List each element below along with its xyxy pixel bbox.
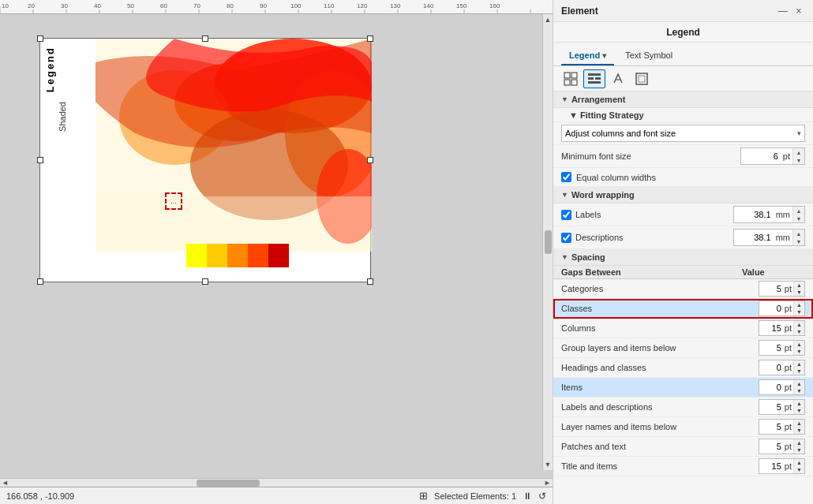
spacing-row-headings[interactable]: Headings and classes pt ▲ ▼ [553, 358, 813, 378]
descriptions-field[interactable] [734, 230, 774, 245]
spacing-row-items[interactable]: Items pt ▲ ▼ [553, 378, 813, 398]
spacing-up-items[interactable]: ▲ [794, 380, 804, 387]
spacing-up-headings[interactable]: ▲ [794, 360, 804, 368]
spacing-spin-categories[interactable]: ▲ ▼ [793, 282, 804, 296]
spacing-up-classes[interactable]: ▲ [794, 301, 804, 308]
panel-content[interactable]: ▼ Arrangement ▼ Fitting Strategy Adjust … [553, 91, 813, 504]
spacing-input-items[interactable]: pt ▲ ▼ [759, 379, 805, 395]
spacing-input-headings[interactable]: pt ▲ ▼ [759, 360, 805, 375]
spacing-input-layer_names[interactable]: pt ▲ ▼ [759, 419, 805, 435]
spacing-spin-columns[interactable]: ▲ ▼ [793, 321, 804, 335]
toolbar-btn-frame[interactable] [631, 69, 653, 88]
spacing-input-patches[interactable]: pt ▲ ▼ [759, 439, 805, 454]
toolbar-btn-general[interactable] [560, 69, 582, 88]
spacing-spin-patches[interactable]: ▲ ▼ [793, 439, 804, 454]
spacing-spin-items[interactable]: ▲ ▼ [793, 380, 804, 394]
descriptions-down[interactable]: ▼ [793, 237, 804, 245]
spacing-up-labels_desc[interactable]: ▲ [794, 400, 804, 407]
spacing-field-layer_names[interactable] [759, 420, 783, 434]
spacing-row-group_layers[interactable]: Group layers and items below pt ▲ ▼ [553, 338, 813, 358]
handle-tr[interactable] [367, 35, 373, 42]
handle-tl[interactable] [37, 35, 43, 42]
spacing-down-headings[interactable]: ▼ [794, 368, 804, 375]
panel-pin-btn[interactable]: — [777, 5, 789, 17]
labels-input[interactable]: mm ▲ ▼ [733, 206, 805, 223]
spacing-field-categories[interactable] [759, 282, 783, 296]
toolbar-btn-symbol[interactable] [607, 69, 629, 88]
min-font-size-input[interactable]: pt ▲ ▼ [740, 147, 805, 165]
descriptions-spin[interactable]: ▲ ▼ [792, 230, 804, 245]
spacing-field-items[interactable] [759, 380, 783, 394]
spacing-up-columns[interactable]: ▲ [794, 321, 804, 328]
spacing-row-labels_desc[interactable]: Labels and descriptions pt ▲ ▼ [553, 398, 813, 417]
pause-icon[interactable]: ⏸ [523, 491, 532, 502]
labels-field[interactable] [734, 207, 774, 222]
labels-spin[interactable]: ▲ ▼ [792, 207, 804, 222]
spacing-input-columns[interactable]: pt ▲ ▼ [759, 320, 805, 336]
spacing-field-columns[interactable] [759, 321, 783, 335]
fitting-strategy-triangle[interactable]: ▼ [569, 110, 580, 120]
toolbar-btn-arrangement[interactable] [583, 69, 605, 88]
spacing-down-items[interactable]: ▼ [794, 387, 804, 394]
spacing-row-categories[interactable]: Categories pt ▲ ▼ [553, 279, 813, 299]
handle-bm[interactable] [202, 278, 208, 285]
spacing-field-group_layers[interactable] [759, 341, 783, 355]
spacing-row-layer_names[interactable]: Layer names and items below pt ▲ ▼ [553, 417, 813, 437]
spacing-down-columns[interactable]: ▼ [794, 328, 804, 335]
spacing-field-patches[interactable] [759, 439, 783, 454]
labels-up[interactable]: ▲ [793, 207, 804, 215]
spacing-input-categories[interactable]: pt ▲ ▼ [759, 281, 805, 297]
spacing-down-categories[interactable]: ▼ [794, 289, 804, 296]
handle-tm[interactable] [202, 35, 208, 42]
spacing-down-classes[interactable]: ▼ [794, 308, 804, 315]
spacing-spin-classes[interactable]: ▲ ▼ [793, 301, 804, 315]
handle-br[interactable] [367, 278, 373, 285]
spacing-down-group_layers[interactable]: ▼ [794, 348, 804, 355]
labels-down[interactable]: ▼ [793, 215, 804, 222]
spacing-down-title[interactable]: ▼ [794, 466, 804, 473]
descriptions-up[interactable]: ▲ [793, 230, 804, 237]
descriptions-input[interactable]: mm ▲ ▼ [733, 229, 805, 246]
spacing-spin-labels_desc[interactable]: ▲ ▼ [793, 400, 804, 414]
spacing-field-headings[interactable] [759, 360, 783, 375]
spacing-input-classes[interactable]: pt ▲ ▼ [759, 301, 805, 316]
tab-legend-dropdown[interactable]: ▾ [602, 51, 606, 60]
arrangement-collapse-icon[interactable]: ▼ [561, 95, 568, 103]
spacing-collapse-icon[interactable]: ▼ [561, 253, 568, 261]
spacing-field-classes[interactable] [759, 301, 783, 315]
handle-bl[interactable] [37, 278, 43, 285]
min-font-size-up[interactable]: ▲ [793, 148, 804, 156]
spacing-down-layer_names[interactable]: ▼ [794, 427, 804, 434]
spacing-row-columns[interactable]: Columns pt ▲ ▼ [553, 319, 813, 338]
labels-checkbox[interactable] [561, 210, 571, 220]
handle-ml[interactable] [37, 157, 43, 163]
spacing-up-categories[interactable]: ▲ [794, 282, 804, 289]
tab-legend[interactable]: Legend ▾ [561, 47, 614, 65]
spacing-field-title[interactable] [759, 459, 783, 473]
spacing-spin-title[interactable]: ▲ ▼ [793, 459, 804, 473]
min-font-size-spin[interactable]: ▲ ▼ [792, 148, 804, 164]
scrollbar-v-thumb[interactable] [545, 230, 552, 254]
spacing-input-title[interactable]: pt ▲ ▼ [759, 458, 805, 474]
spacing-field-labels_desc[interactable] [759, 400, 783, 414]
word-wrapping-collapse-icon[interactable]: ▼ [561, 191, 568, 199]
spacing-input-labels_desc[interactable]: pt ▲ ▼ [759, 399, 805, 415]
vertical-scrollbar[interactable]: ▲ ▼ [542, 14, 553, 470]
spacing-spin-group_layers[interactable]: ▲ ▼ [793, 341, 804, 355]
spacing-up-title[interactable]: ▲ [794, 459, 804, 466]
min-font-size-field[interactable] [741, 148, 781, 164]
spacing-row-patches[interactable]: Patches and text pt ▲ ▼ [553, 437, 813, 457]
equal-column-widths-checkbox[interactable] [561, 172, 571, 182]
handle-mr[interactable] [367, 157, 373, 163]
spacing-input-group_layers[interactable]: pt ▲ ▼ [759, 340, 805, 356]
spacing-row-classes[interactable]: Classes pt ▲ ▼ [553, 299, 813, 319]
tab-text-symbol[interactable]: Text Symbol [617, 47, 680, 65]
horizontal-scrollbar[interactable]: ◄ ► [0, 478, 553, 487]
spacing-row-title[interactable]: Title and items pt ▲ ▼ [553, 457, 813, 476]
scrollbar-h-thumb[interactable] [197, 480, 260, 487]
spacing-down-labels_desc[interactable]: ▼ [794, 407, 804, 414]
panel-close-btn[interactable]: × [792, 5, 805, 17]
spacing-up-layer_names[interactable]: ▲ [794, 420, 804, 427]
spacing-up-patches[interactable]: ▲ [794, 439, 804, 446]
spacing-spin-headings[interactable]: ▲ ▼ [793, 360, 804, 375]
